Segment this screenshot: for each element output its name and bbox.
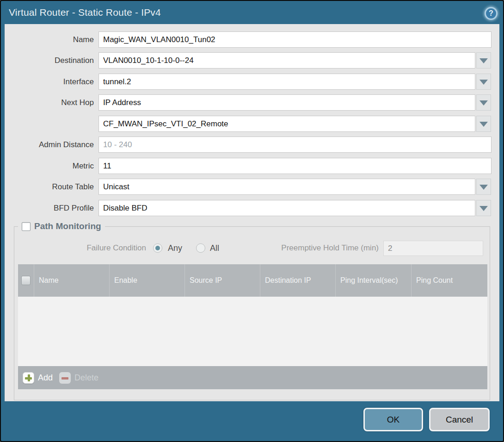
- next-hop-address-input[interactable]: [98, 116, 475, 132]
- admin-distance-input[interactable]: [98, 137, 492, 153]
- select-all-checkbox[interactable]: [21, 276, 31, 285]
- form-row-next-hop-address: [5, 116, 499, 132]
- destination-input[interactable]: [98, 52, 475, 68]
- admin-distance-label: Admin Distance: [5, 137, 94, 153]
- form-row-route-table: Route Table: [5, 179, 499, 195]
- destination-dropdown-button[interactable]: [476, 52, 491, 68]
- cancel-button[interactable]: Cancel: [429, 408, 490, 431]
- column-header-ping-count[interactable]: Ping Count: [412, 264, 487, 297]
- metric-input[interactable]: [98, 158, 492, 174]
- failure-condition-any-label: Any: [168, 240, 182, 256]
- form-row-destination: Destination: [5, 52, 499, 68]
- bfd-profile-dropdown-button[interactable]: [476, 200, 491, 216]
- next-hop-label: Next Hop: [5, 94, 94, 111]
- metric-label: Metric: [5, 158, 94, 174]
- bfd-profile-input[interactable]: [98, 200, 475, 216]
- name-input[interactable]: [98, 31, 492, 48]
- delete-button[interactable]: Delete: [59, 372, 98, 384]
- failure-condition-any-radio[interactable]: [153, 243, 162, 253]
- path-monitoring-title: Path Monitoring: [34, 221, 101, 231]
- column-header-destination-ip[interactable]: Destination IP: [260, 264, 336, 297]
- failure-condition-all-label: All: [210, 240, 219, 256]
- dialog-body: Name Destination Interface Next Hop: [5, 24, 499, 401]
- column-header-enable[interactable]: Enable: [110, 264, 185, 297]
- route-table-label: Route Table: [5, 179, 94, 195]
- interface-label: Interface: [5, 74, 94, 90]
- form-row-next-hop: Next Hop: [5, 94, 499, 111]
- preemptive-hold-time-input[interactable]: [383, 241, 483, 256]
- next-hop-type-dropdown-button[interactable]: [476, 94, 491, 111]
- path-monitoring-table: Name Enable Source IP Destination IP Pin…: [18, 264, 487, 389]
- delete-button-label: Delete: [74, 373, 98, 383]
- dialog-title: Virtual Router - Static Route - IPv4: [9, 1, 161, 24]
- form-row-metric: Metric: [5, 158, 499, 174]
- column-header-ping-interval[interactable]: Ping Interval(sec): [336, 264, 412, 297]
- column-header-name[interactable]: Name: [34, 264, 110, 297]
- minus-icon: [59, 372, 71, 384]
- help-glyph: ?: [489, 9, 493, 17]
- column-header-source-ip[interactable]: Source IP: [185, 264, 260, 297]
- chevron-down-icon: [479, 185, 488, 190]
- bfd-profile-label: BFD Profile: [5, 200, 94, 216]
- name-label: Name: [5, 31, 94, 48]
- path-monitoring-legend: Path Monitoring: [18, 221, 105, 231]
- table-toolbar: Add Delete: [18, 366, 487, 389]
- route-table-dropdown-button[interactable]: [476, 179, 491, 195]
- chevron-down-icon: [479, 206, 488, 211]
- form-row-bfd-profile: BFD Profile: [5, 200, 499, 216]
- interface-input[interactable]: [98, 74, 475, 90]
- failure-condition-all-radio[interactable]: [196, 243, 205, 253]
- ok-button[interactable]: OK: [363, 408, 423, 431]
- add-button-label: Add: [38, 373, 53, 383]
- dialog-titlebar: Virtual Router - Static Route - IPv4 ?: [1, 1, 503, 24]
- next-hop-type-input[interactable]: [98, 94, 475, 111]
- chevron-down-icon: [479, 100, 488, 106]
- help-icon[interactable]: ?: [485, 7, 498, 20]
- form-row-interface: Interface: [5, 74, 499, 90]
- failure-condition-label: Failure Condition: [56, 240, 146, 256]
- form-row-name: Name: [5, 31, 499, 48]
- table-header-checkbox-cell: [18, 264, 34, 297]
- interface-dropdown-button[interactable]: [476, 74, 491, 90]
- preemptive-hold-time-label: Preemptive Hold Time (min): [264, 240, 379, 256]
- plus-icon: [23, 372, 34, 384]
- chevron-down-icon: [479, 80, 488, 85]
- form-row-admin-distance: Admin Distance: [5, 137, 499, 153]
- failure-condition-row: Failure Condition Any All Preemptive Hol…: [14, 240, 490, 256]
- path-monitoring-section: Path Monitoring Failure Condition Any Al…: [14, 226, 490, 400]
- radio-selected-dot: [155, 246, 160, 250]
- path-monitoring-checkbox[interactable]: [22, 222, 31, 231]
- next-hop-address-label: [5, 116, 94, 132]
- destination-label: Destination: [5, 52, 94, 68]
- chevron-down-icon: [479, 58, 488, 63]
- table-body-empty: [18, 297, 487, 366]
- chevron-down-icon: [479, 122, 488, 127]
- next-hop-address-dropdown-button[interactable]: [476, 116, 491, 132]
- route-table-input[interactable]: [98, 179, 475, 195]
- static-route-dialog: Virtual Router - Static Route - IPv4 ? N…: [0, 0, 504, 442]
- table-header-row: Name Enable Source IP Destination IP Pin…: [18, 264, 487, 297]
- add-button[interactable]: Add: [23, 372, 53, 384]
